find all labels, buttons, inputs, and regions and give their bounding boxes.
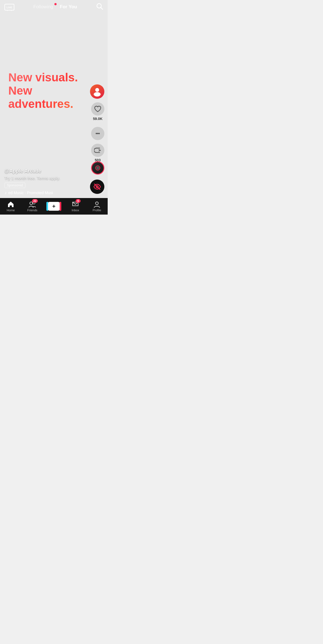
plus-icon: + xyxy=(52,203,55,210)
svg-point-16 xyxy=(30,202,33,205)
following-tab[interactable]: Following xyxy=(33,4,53,10)
svg-line-6 xyxy=(101,7,103,9)
nav-home[interactable]: Home xyxy=(0,201,22,212)
not-interested-button[interactable] xyxy=(90,180,104,194)
share-button[interactable] xyxy=(91,144,104,157)
profile-label: Profile xyxy=(92,209,101,212)
svg-point-10 xyxy=(96,133,97,134)
nav-inbox[interactable]: 6 Inbox xyxy=(65,201,86,212)
profile-icon xyxy=(93,201,100,208)
nav-create[interactable]: + xyxy=(43,202,65,211)
svg-text:LIVE: LIVE xyxy=(7,6,12,9)
inbox-label: Inbox xyxy=(72,209,79,212)
creator-username[interactable]: @Apple Arcade xyxy=(4,168,81,174)
friends-label: Friends xyxy=(27,209,38,212)
live-tv-icon: LIVE xyxy=(4,3,14,11)
music-disc[interactable] xyxy=(91,161,104,175)
top-nav: LIVE Following For You xyxy=(0,0,108,14)
search-icon xyxy=(96,3,103,10)
like-button[interactable] xyxy=(91,102,104,116)
nav-profile[interactable]: Profile xyxy=(86,201,108,212)
sponsored-badge: Sponsored xyxy=(4,183,25,188)
home-icon xyxy=(7,201,14,208)
svg-rect-9 xyxy=(93,93,101,95)
ad-headline: New visuals. New adventures. xyxy=(8,71,99,111)
music-text: ed Music · Promoted Musi xyxy=(8,191,53,195)
create-button[interactable]: + xyxy=(47,202,60,211)
inbox-badge: 6 xyxy=(76,199,81,203)
svg-point-11 xyxy=(97,133,99,134)
inbox-icon-wrap: 6 xyxy=(72,201,79,208)
music-note-icon: ♪ xyxy=(4,190,7,195)
eye-slash-icon xyxy=(93,183,101,191)
arcade-avatar-icon xyxy=(92,87,102,97)
creator-description: Try 1 month free. Terms apply. xyxy=(4,176,81,180)
for-you-tab[interactable]: For You xyxy=(60,4,77,10)
bottom-nav: Home 22 Friends + 6 Inbox xyxy=(0,198,108,215)
notification-dot xyxy=(54,3,57,5)
creator-avatar[interactable] xyxy=(90,84,104,99)
music-info[interactable]: ♪ ed Music · Promoted Musi xyxy=(4,190,81,195)
home-label: Home xyxy=(7,209,15,212)
svg-point-12 xyxy=(99,133,100,134)
svg-point-7 xyxy=(95,88,99,92)
share-icon xyxy=(94,147,101,154)
live-button[interactable]: LIVE xyxy=(4,3,14,11)
bottom-info: @Apple Arcade Try 1 month free. Terms ap… xyxy=(0,168,86,195)
heart-icon xyxy=(94,105,102,113)
comment-icon xyxy=(94,130,102,137)
friends-icon-wrap: 22 xyxy=(28,201,36,208)
search-button[interactable] xyxy=(96,3,103,11)
nav-tabs: Following For You xyxy=(33,4,77,10)
share-area: 503 xyxy=(91,144,104,162)
svg-point-18 xyxy=(96,202,98,205)
like-count: 59.0K xyxy=(93,117,103,121)
nav-friends[interactable]: 22 Friends xyxy=(22,201,43,212)
friends-badge: 22 xyxy=(32,199,38,203)
comment-button[interactable] xyxy=(91,127,104,140)
